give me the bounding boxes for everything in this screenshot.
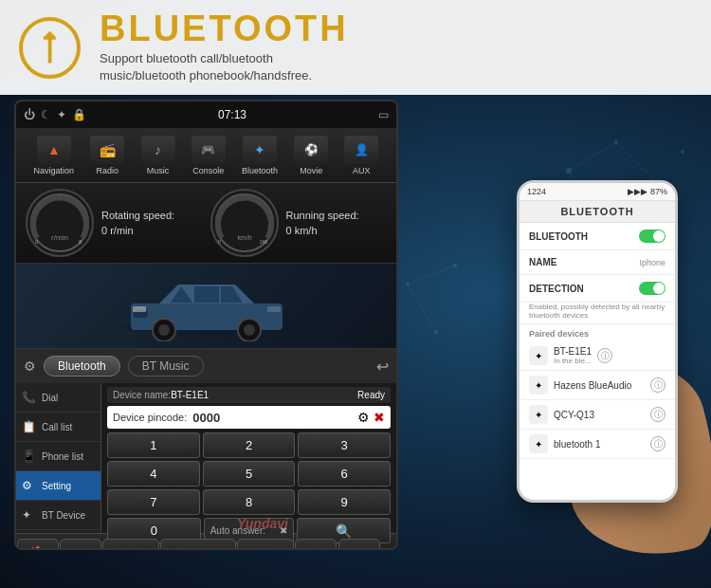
settings-icon: ⚙ <box>124 545 137 551</box>
paired-device-1[interactable]: ✦ BT-E1E1 In the ble... ⓘ <box>520 341 675 371</box>
pincode-settings-icon[interactable]: ⚙ <box>357 410 370 425</box>
phone-mockup: 1224 ▶▶▶ 87% BLUETOOTH BLUETOOTH NAME Ip… <box>498 180 706 541</box>
running-label: Running speed: <box>286 210 388 221</box>
phone-name-row: NAME Iphone <box>520 250 675 275</box>
num-btn-9[interactable]: 9 <box>298 489 391 515</box>
phone-bt-label: BLUETOOTH <box>529 231 588 242</box>
header-desc-line2: music/bluetooth phonebook/handsfree. <box>100 68 312 83</box>
paired-device-2-icon: ✦ <box>529 376 548 395</box>
paired-device-1-name: BT-E1E1 <box>554 346 592 357</box>
car-unit-screen: ⏻ ☾ ✦ 🔒 07:13 ▭ ▲ Navigation 📻 Radio ♪ M… <box>14 100 398 550</box>
sidebar-item-calllist[interactable]: 📋 Call list <box>16 413 100 442</box>
num-btn-4[interactable]: 4 <box>107 461 200 487</box>
num-btn-5[interactable]: 5 <box>203 461 296 487</box>
btdevice-icon: ✦ <box>22 508 37 522</box>
nav-item-movie[interactable]: ⚽ Movie <box>294 136 328 175</box>
num-btn-7[interactable]: 7 <box>107 489 200 515</box>
rotating-label: Rotating speed: <box>101 210 203 221</box>
car-display <box>16 264 396 349</box>
phone-name-label: NAME <box>529 257 556 267</box>
sidebar-item-setting[interactable]: ⚙ Setting <box>16 471 100 501</box>
nav-label-music: Music <box>147 166 170 175</box>
paired-device-3-name: QCY-Q13 <box>554 410 645 420</box>
paired-device-2[interactable]: ✦ Hazens BlueAudio ⓘ <box>520 371 675 400</box>
down-button[interactable]: ▼ <box>338 539 380 551</box>
paired-device-3-icon: ✦ <box>529 405 548 424</box>
paired-device-1-info-btn[interactable]: ⓘ <box>597 348 612 363</box>
up-button[interactable]: ▲ <box>295 539 337 551</box>
signal-icon: ▶▶▶ <box>628 187 647 196</box>
paired-device-4[interactable]: ✦ bluetooth 1 ⓘ <box>520 430 675 459</box>
paired-device-2-info-btn[interactable]: ⓘ <box>650 377 665 393</box>
calllist-icon: 📋 <box>22 420 37 433</box>
navigation-icon-box: ▲ <box>37 136 71 164</box>
header-description: Support bluetooth call/bluetooth music/b… <box>100 50 349 84</box>
settings-button[interactable]: ⚙ <box>102 539 159 551</box>
num-btn-3[interactable]: 3 <box>298 432 391 458</box>
pincode-row: Device pincode: 0000 ⚙ ✖ <box>107 406 391 429</box>
sidebar-item-btdevice[interactable]: ✦ BT Device <box>16 501 100 530</box>
btdevice-label: BT Device <box>42 510 85 521</box>
auto-answer-toggle-x[interactable]: ✖ <box>280 525 287 536</box>
phone-time: 1224 <box>527 187 546 196</box>
ac-icon: ❄ DUAL <box>173 545 223 551</box>
speed-info: Rotating speed: 0 r/min <box>101 210 203 236</box>
sidebar-item-dial[interactable]: 📞 Dial <box>16 383 100 413</box>
num-btn-6[interactable]: 6 <box>298 461 391 487</box>
tachometer-gauge: r/min 0 8 <box>26 189 94 257</box>
detection-toggle[interactable] <box>639 282 665 295</box>
back-button[interactable]: ◀ <box>60 539 101 551</box>
home-icon: 🏠 <box>29 545 46 551</box>
setting-icon: ⚙ <box>22 479 37 492</box>
bt-music-tab[interactable]: BT Music <box>128 356 204 377</box>
nav-item-navigation[interactable]: ▲ Navigation <box>34 136 75 175</box>
back-arrow-icon[interactable]: ↩ <box>376 358 389 376</box>
dial-icon: 📞 <box>22 391 37 404</box>
num-btn-8[interactable]: 8 <box>203 489 296 515</box>
paired-device-4-info-btn[interactable]: ⓘ <box>650 436 665 451</box>
rotating-value: 0 r/min <box>101 225 203 236</box>
home-button[interactable]: 🏠 <box>17 539 59 551</box>
nav-item-radio[interactable]: 📻 Radio <box>90 136 124 175</box>
nav-label-aux: AUX <box>353 166 371 175</box>
num-btn-2[interactable]: 2 <box>203 432 296 458</box>
svg-rect-31 <box>267 306 281 312</box>
phone-screen: 1224 ▶▶▶ 87% BLUETOOTH BLUETOOTH NAME Ip… <box>520 183 675 500</box>
nav-item-console[interactable]: 🎮 Console <box>191 136 226 175</box>
pincode-label: Device pincode: <box>113 412 187 423</box>
device-name-label: Device name: <box>113 390 171 400</box>
nav-label-radio: Radio <box>97 166 119 175</box>
ac-button[interactable]: ❄ DUAL <box>160 539 236 551</box>
paired-device-2-name: Hazens BlueAudio <box>554 380 645 391</box>
number-pad: 1 2 3 4 5 6 7 8 9 <box>107 432 391 515</box>
paired-device-3[interactable]: ✦ QCY-Q13 ⓘ <box>520 400 675 430</box>
panel-settings-icon[interactable]: ⚙ <box>24 358 36 374</box>
auto-button[interactable]: AUTO <box>237 539 294 551</box>
nav-item-aux[interactable]: 👤 AUX <box>344 136 378 175</box>
nav-item-bluetooth[interactable]: ✦ Bluetooth <box>242 136 278 175</box>
paired-device-4-icon: ✦ <box>529 434 548 453</box>
status-bar: ⏻ ☾ ✦ 🔒 07:13 ▭ <box>16 101 396 128</box>
pincode-delete-icon[interactable]: ✖ <box>374 410 385 425</box>
down-icon: ▼ <box>353 545 366 551</box>
nav-item-music[interactable]: ♪ Music <box>141 136 175 175</box>
back-icon: ◀ <box>75 545 85 551</box>
sidebar-item-phonelist[interactable]: 📱 Phone list <box>16 442 100 471</box>
paired-devices-title: Paired devices <box>520 324 675 341</box>
movie-icon-box: ⚽ <box>294 136 328 164</box>
detection-description: Enabled, possibly detected by all nearby… <box>520 303 675 324</box>
bluetooth-icon-box: ✦ <box>243 136 277 164</box>
sidebar-menu: 📞 Dial 📋 Call list 📱 Phone list ⚙ Settin… <box>16 383 101 533</box>
bluetooth-tab[interactable]: Bluetooth <box>44 356 120 377</box>
paired-device-3-info-btn[interactable]: ⓘ <box>650 407 665 422</box>
power-icon: ⏻ <box>24 108 35 121</box>
auto-answer-label: Auto answer: <box>210 525 265 536</box>
phone-bt-title: BLUETOOTH <box>520 201 675 223</box>
phone-bt-toggle-row: BLUETOOTH <box>520 223 675 250</box>
nav-label-movie: Movie <box>300 166 322 175</box>
num-btn-1[interactable]: 1 <box>107 432 200 458</box>
bluetooth-toggle[interactable] <box>639 230 665 243</box>
running-info: Running speed: 0 km/h <box>286 210 388 236</box>
pincode-action-icons: ⚙ ✖ <box>357 410 385 425</box>
header-text: BLUETOOTH Support bluetooth call/bluetoo… <box>100 10 349 84</box>
